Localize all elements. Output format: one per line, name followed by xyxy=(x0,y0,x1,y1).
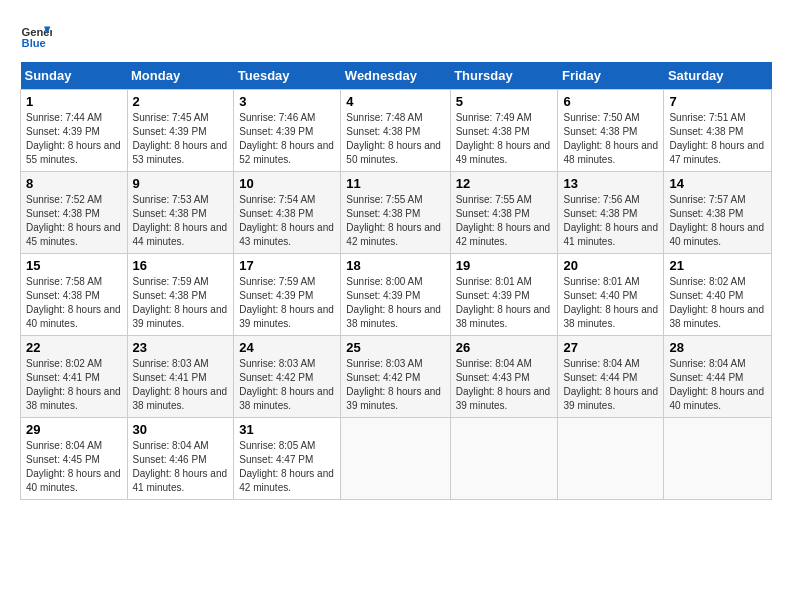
day-number: 11 xyxy=(346,176,444,191)
calendar-day: 23 Sunrise: 8:03 AMSunset: 4:41 PMDaylig… xyxy=(127,336,234,418)
day-info: Sunrise: 7:46 AMSunset: 4:39 PMDaylight:… xyxy=(239,112,334,165)
calendar-day: 1 Sunrise: 7:44 AMSunset: 4:39 PMDayligh… xyxy=(21,90,128,172)
day-info: Sunrise: 7:52 AMSunset: 4:38 PMDaylight:… xyxy=(26,194,121,247)
weekday-header-tuesday: Tuesday xyxy=(234,62,341,90)
day-info: Sunrise: 7:49 AMSunset: 4:38 PMDaylight:… xyxy=(456,112,551,165)
day-info: Sunrise: 7:50 AMSunset: 4:38 PMDaylight:… xyxy=(563,112,658,165)
calendar-day: 6 Sunrise: 7:50 AMSunset: 4:38 PMDayligh… xyxy=(558,90,664,172)
day-number: 4 xyxy=(346,94,444,109)
day-number: 25 xyxy=(346,340,444,355)
weekday-header-saturday: Saturday xyxy=(664,62,772,90)
calendar-day: 10 Sunrise: 7:54 AMSunset: 4:38 PMDaylig… xyxy=(234,172,341,254)
day-number: 14 xyxy=(669,176,766,191)
day-info: Sunrise: 8:04 AMSunset: 4:44 PMDaylight:… xyxy=(563,358,658,411)
day-number: 28 xyxy=(669,340,766,355)
day-info: Sunrise: 7:55 AMSunset: 4:38 PMDaylight:… xyxy=(456,194,551,247)
day-info: Sunrise: 7:53 AMSunset: 4:38 PMDaylight:… xyxy=(133,194,228,247)
weekday-header-sunday: Sunday xyxy=(21,62,128,90)
calendar-week-5: 29 Sunrise: 8:04 AMSunset: 4:45 PMDaylig… xyxy=(21,418,772,500)
day-info: Sunrise: 7:45 AMSunset: 4:39 PMDaylight:… xyxy=(133,112,228,165)
day-number: 12 xyxy=(456,176,553,191)
day-info: Sunrise: 8:04 AMSunset: 4:43 PMDaylight:… xyxy=(456,358,551,411)
calendar-day: 4 Sunrise: 7:48 AMSunset: 4:38 PMDayligh… xyxy=(341,90,450,172)
calendar-day: 8 Sunrise: 7:52 AMSunset: 4:38 PMDayligh… xyxy=(21,172,128,254)
calendar-table: SundayMondayTuesdayWednesdayThursdayFrid… xyxy=(20,62,772,500)
calendar-day: 19 Sunrise: 8:01 AMSunset: 4:39 PMDaylig… xyxy=(450,254,558,336)
day-info: Sunrise: 8:01 AMSunset: 4:39 PMDaylight:… xyxy=(456,276,551,329)
day-info: Sunrise: 7:51 AMSunset: 4:38 PMDaylight:… xyxy=(669,112,764,165)
header: General Blue xyxy=(20,20,772,52)
day-info: Sunrise: 8:02 AMSunset: 4:40 PMDaylight:… xyxy=(669,276,764,329)
day-info: Sunrise: 8:04 AMSunset: 4:44 PMDaylight:… xyxy=(669,358,764,411)
calendar-day xyxy=(450,418,558,500)
day-info: Sunrise: 8:02 AMSunset: 4:41 PMDaylight:… xyxy=(26,358,121,411)
calendar-day: 9 Sunrise: 7:53 AMSunset: 4:38 PMDayligh… xyxy=(127,172,234,254)
day-info: Sunrise: 8:00 AMSunset: 4:39 PMDaylight:… xyxy=(346,276,441,329)
day-number: 6 xyxy=(563,94,658,109)
logo-icon: General Blue xyxy=(20,20,52,52)
day-number: 26 xyxy=(456,340,553,355)
day-number: 19 xyxy=(456,258,553,273)
calendar-day: 29 Sunrise: 8:04 AMSunset: 4:45 PMDaylig… xyxy=(21,418,128,500)
calendar-day: 31 Sunrise: 8:05 AMSunset: 4:47 PMDaylig… xyxy=(234,418,341,500)
day-info: Sunrise: 8:03 AMSunset: 4:41 PMDaylight:… xyxy=(133,358,228,411)
day-info: Sunrise: 8:01 AMSunset: 4:40 PMDaylight:… xyxy=(563,276,658,329)
calendar-day: 27 Sunrise: 8:04 AMSunset: 4:44 PMDaylig… xyxy=(558,336,664,418)
day-number: 15 xyxy=(26,258,122,273)
calendar-day xyxy=(558,418,664,500)
day-number: 9 xyxy=(133,176,229,191)
calendar-day: 14 Sunrise: 7:57 AMSunset: 4:38 PMDaylig… xyxy=(664,172,772,254)
svg-text:Blue: Blue xyxy=(22,37,46,49)
day-number: 24 xyxy=(239,340,335,355)
day-info: Sunrise: 7:44 AMSunset: 4:39 PMDaylight:… xyxy=(26,112,121,165)
weekday-header-thursday: Thursday xyxy=(450,62,558,90)
calendar-day: 15 Sunrise: 7:58 AMSunset: 4:38 PMDaylig… xyxy=(21,254,128,336)
calendar-day: 20 Sunrise: 8:01 AMSunset: 4:40 PMDaylig… xyxy=(558,254,664,336)
calendar-day: 18 Sunrise: 8:00 AMSunset: 4:39 PMDaylig… xyxy=(341,254,450,336)
calendar-day: 2 Sunrise: 7:45 AMSunset: 4:39 PMDayligh… xyxy=(127,90,234,172)
day-info: Sunrise: 7:55 AMSunset: 4:38 PMDaylight:… xyxy=(346,194,441,247)
day-number: 17 xyxy=(239,258,335,273)
day-number: 13 xyxy=(563,176,658,191)
calendar-day: 16 Sunrise: 7:59 AMSunset: 4:38 PMDaylig… xyxy=(127,254,234,336)
day-number: 30 xyxy=(133,422,229,437)
calendar-day: 7 Sunrise: 7:51 AMSunset: 4:38 PMDayligh… xyxy=(664,90,772,172)
calendar-day: 17 Sunrise: 7:59 AMSunset: 4:39 PMDaylig… xyxy=(234,254,341,336)
day-number: 1 xyxy=(26,94,122,109)
day-number: 7 xyxy=(669,94,766,109)
day-number: 22 xyxy=(26,340,122,355)
calendar-day: 12 Sunrise: 7:55 AMSunset: 4:38 PMDaylig… xyxy=(450,172,558,254)
day-number: 10 xyxy=(239,176,335,191)
calendar-day: 11 Sunrise: 7:55 AMSunset: 4:38 PMDaylig… xyxy=(341,172,450,254)
calendar-day: 30 Sunrise: 8:04 AMSunset: 4:46 PMDaylig… xyxy=(127,418,234,500)
weekday-header-wednesday: Wednesday xyxy=(341,62,450,90)
day-number: 2 xyxy=(133,94,229,109)
weekday-header-monday: Monday xyxy=(127,62,234,90)
day-info: Sunrise: 7:48 AMSunset: 4:38 PMDaylight:… xyxy=(346,112,441,165)
day-number: 18 xyxy=(346,258,444,273)
calendar-day: 26 Sunrise: 8:04 AMSunset: 4:43 PMDaylig… xyxy=(450,336,558,418)
day-info: Sunrise: 8:04 AMSunset: 4:45 PMDaylight:… xyxy=(26,440,121,493)
calendar-week-1: 1 Sunrise: 7:44 AMSunset: 4:39 PMDayligh… xyxy=(21,90,772,172)
day-number: 5 xyxy=(456,94,553,109)
day-number: 23 xyxy=(133,340,229,355)
calendar-week-4: 22 Sunrise: 8:02 AMSunset: 4:41 PMDaylig… xyxy=(21,336,772,418)
day-info: Sunrise: 7:59 AMSunset: 4:38 PMDaylight:… xyxy=(133,276,228,329)
day-number: 31 xyxy=(239,422,335,437)
day-number: 20 xyxy=(563,258,658,273)
calendar-day xyxy=(341,418,450,500)
day-info: Sunrise: 8:03 AMSunset: 4:42 PMDaylight:… xyxy=(239,358,334,411)
day-info: Sunrise: 7:59 AMSunset: 4:39 PMDaylight:… xyxy=(239,276,334,329)
calendar-day xyxy=(664,418,772,500)
day-info: Sunrise: 7:57 AMSunset: 4:38 PMDaylight:… xyxy=(669,194,764,247)
calendar-day: 25 Sunrise: 8:03 AMSunset: 4:42 PMDaylig… xyxy=(341,336,450,418)
calendar-day: 28 Sunrise: 8:04 AMSunset: 4:44 PMDaylig… xyxy=(664,336,772,418)
day-info: Sunrise: 7:54 AMSunset: 4:38 PMDaylight:… xyxy=(239,194,334,247)
day-number: 16 xyxy=(133,258,229,273)
calendar-week-2: 8 Sunrise: 7:52 AMSunset: 4:38 PMDayligh… xyxy=(21,172,772,254)
day-number: 21 xyxy=(669,258,766,273)
calendar-day: 5 Sunrise: 7:49 AMSunset: 4:38 PMDayligh… xyxy=(450,90,558,172)
logo: General Blue xyxy=(20,20,52,52)
day-info: Sunrise: 8:03 AMSunset: 4:42 PMDaylight:… xyxy=(346,358,441,411)
calendar-day: 13 Sunrise: 7:56 AMSunset: 4:38 PMDaylig… xyxy=(558,172,664,254)
